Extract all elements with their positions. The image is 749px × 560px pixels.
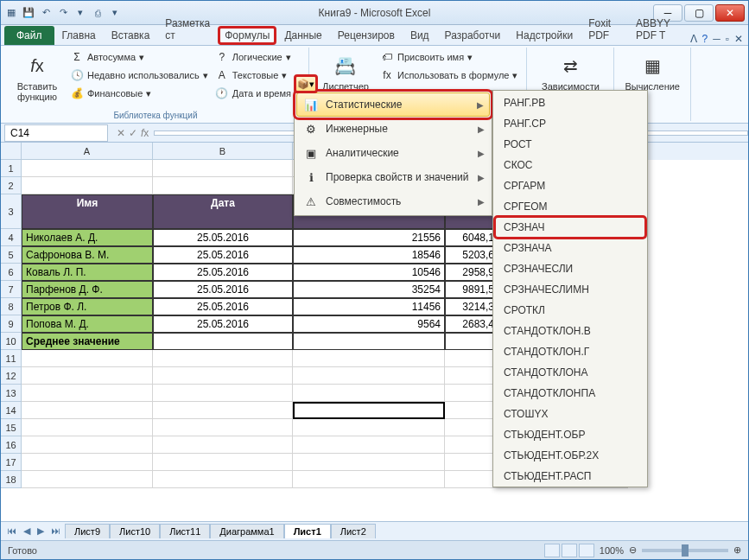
zoom-slider[interactable] xyxy=(642,549,728,552)
cell[interactable] xyxy=(22,471,153,488)
view-normal-button[interactable] xyxy=(544,544,560,557)
cell[interactable] xyxy=(445,436,498,454)
window-min-icon[interactable]: ─ xyxy=(713,33,720,45)
name-box[interactable]: C14 xyxy=(4,124,108,142)
cell[interactable] xyxy=(445,471,498,488)
cell[interactable] xyxy=(293,471,445,488)
row-header-5[interactable]: 5 xyxy=(1,246,21,264)
cell[interactable]: 25.05.2016 xyxy=(153,229,293,246)
cell[interactable]: 25.05.2016 xyxy=(153,281,293,298)
cell[interactable] xyxy=(22,385,153,402)
cell[interactable]: 10546 xyxy=(293,264,445,281)
cell[interactable] xyxy=(445,402,498,419)
row-header-9[interactable]: 9 xyxy=(1,315,21,333)
row-header-8[interactable]: 8 xyxy=(1,298,21,315)
cell[interactable] xyxy=(293,333,445,350)
col-header-b[interactable]: B xyxy=(153,143,293,160)
cell[interactable] xyxy=(22,350,153,367)
fn-срзнача[interactable]: СРЗНАЧА xyxy=(495,238,645,258)
cell[interactable]: 6048,1 xyxy=(445,229,498,246)
sheet-tab-Лист11[interactable]: Лист11 xyxy=(160,524,210,538)
cell[interactable] xyxy=(293,436,445,454)
define-name-button[interactable]: 🏷Присвоить имя ▾ xyxy=(377,48,522,66)
cell[interactable]: 25.05.2016 xyxy=(153,264,293,281)
fn-ранг.ср[interactable]: РАНГ.СР xyxy=(495,113,645,134)
cell[interactable] xyxy=(153,367,293,385)
row-header-10[interactable]: 10 xyxy=(1,333,21,350)
fn-стошyx[interactable]: СТОШYX xyxy=(495,404,645,424)
row-header-2[interactable]: 2 xyxy=(1,177,21,194)
row-header-4[interactable]: 4 xyxy=(1,229,21,246)
row-header-12[interactable]: 12 xyxy=(1,367,21,385)
cell[interactable] xyxy=(22,402,153,419)
fn-ранг.рв[interactable]: РАНГ.РВ xyxy=(495,92,645,113)
sheet-nav-next[interactable]: ▶ xyxy=(35,525,47,537)
tab-file[interactable]: Файл xyxy=(4,26,54,45)
sheet-tab-Лист1[interactable]: Лист1 xyxy=(284,524,331,538)
use-in-formula-button[interactable]: fxИспользовать в формуле ▾ xyxy=(377,67,522,84)
fn-стандотклона[interactable]: СТАНДОТКЛОНА xyxy=(495,362,645,383)
row-header-15[interactable]: 15 xyxy=(1,419,21,436)
cell[interactable] xyxy=(293,385,445,402)
sheet-nav-last[interactable]: ⏭ xyxy=(48,525,63,537)
autosum-button[interactable]: ΣАвтосумма ▾ xyxy=(67,48,212,66)
tab-home[interactable]: Главна xyxy=(54,25,104,45)
fx-button-icon[interactable]: fx xyxy=(141,127,149,139)
tab-abbyy[interactable]: ABBYY PDF T xyxy=(628,13,690,45)
cell[interactable] xyxy=(153,419,293,436)
cell[interactable] xyxy=(153,454,293,471)
menu-analytical[interactable]: ▣ Аналитические ▶ xyxy=(296,141,490,165)
zoom-in-button[interactable]: ⊕ xyxy=(733,544,741,556)
fn-срзначесли[interactable]: СРЗНАЧЕСЛИ xyxy=(495,258,645,279)
tab-insert[interactable]: Вставка xyxy=(104,25,158,45)
menu-statistical[interactable]: 📊 Статистические ▶ xyxy=(296,92,490,117)
cell[interactable] xyxy=(22,436,153,454)
fn-скос[interactable]: СКОС xyxy=(495,155,645,175)
datetime-button[interactable]: 🕐Дата и время ▾ xyxy=(212,85,303,102)
insert-function-button[interactable]: fx Вставить функцию xyxy=(8,48,67,105)
cell[interactable]: 25.05.2016 xyxy=(153,315,293,333)
cell[interactable]: Николаев А. Д. xyxy=(22,229,153,246)
tab-pagelayout[interactable]: Разметка ст xyxy=(157,13,218,45)
cell[interactable] xyxy=(445,419,498,436)
cell[interactable]: 2958,9 xyxy=(445,264,498,281)
fn-срзначеслимн[interactable]: СРЗНАЧЕСЛИМН xyxy=(495,279,645,300)
cell[interactable]: 35254 xyxy=(293,281,445,298)
cell[interactable] xyxy=(153,177,293,194)
zoom-out-button[interactable]: ⊖ xyxy=(629,544,637,556)
cell[interactable] xyxy=(293,402,445,419)
close-button[interactable]: ✕ xyxy=(715,4,745,22)
fn-сроткл[interactable]: СРОТКЛ xyxy=(495,300,645,321)
cell[interactable]: 25.05.2016 xyxy=(153,246,293,264)
cell[interactable]: 9564 xyxy=(293,315,445,333)
fn-стьюдент.обр.2х[interactable]: СТЬЮДЕНТ.ОБР.2Х xyxy=(495,445,645,466)
cell[interactable]: 18546 xyxy=(293,246,445,264)
row-header-16[interactable]: 16 xyxy=(1,436,21,454)
cell[interactable] xyxy=(445,350,498,367)
sheet-tab-Диаграмма1[interactable]: Диаграмма1 xyxy=(210,524,283,538)
row-header-3[interactable]: 3 xyxy=(1,194,21,229)
select-all-corner[interactable] xyxy=(1,143,22,160)
cell[interactable]: 25.05.2016 xyxy=(153,298,293,315)
cell[interactable] xyxy=(22,177,153,194)
cell[interactable]: 9891,5 xyxy=(445,281,498,298)
cell[interactable] xyxy=(153,385,293,402)
fn-стьюдент.обр[interactable]: СТЬЮДЕНТ.ОБР xyxy=(495,424,645,445)
tab-addins[interactable]: Надстройки xyxy=(508,25,581,45)
tab-foxit[interactable]: Foxit PDF xyxy=(581,13,628,45)
fn-сргарм[interactable]: СРГАРМ xyxy=(495,175,645,196)
cell[interactable] xyxy=(153,160,293,177)
logical-button[interactable]: ?Логические ▾ xyxy=(212,48,303,66)
cell[interactable] xyxy=(445,333,498,350)
window-restore-icon[interactable]: ▫ xyxy=(726,33,729,45)
cell[interactable]: 11456 xyxy=(293,298,445,315)
view-pagebreak-button[interactable] xyxy=(579,544,594,557)
enter-formula-icon[interactable]: ✓ xyxy=(129,127,137,139)
redo-icon[interactable]: ↷ xyxy=(56,6,70,20)
row-header-1[interactable]: 1 xyxy=(1,160,21,177)
row-header-11[interactable]: 11 xyxy=(1,350,21,367)
fn-стандотклон.г[interactable]: СТАНДОТКЛОН.Г xyxy=(495,341,645,362)
fn-стьюдент.расп[interactable]: СТЬЮДЕНТ.РАСП xyxy=(495,466,645,487)
cell[interactable] xyxy=(22,367,153,385)
undo-icon[interactable]: ↶ xyxy=(39,6,53,20)
